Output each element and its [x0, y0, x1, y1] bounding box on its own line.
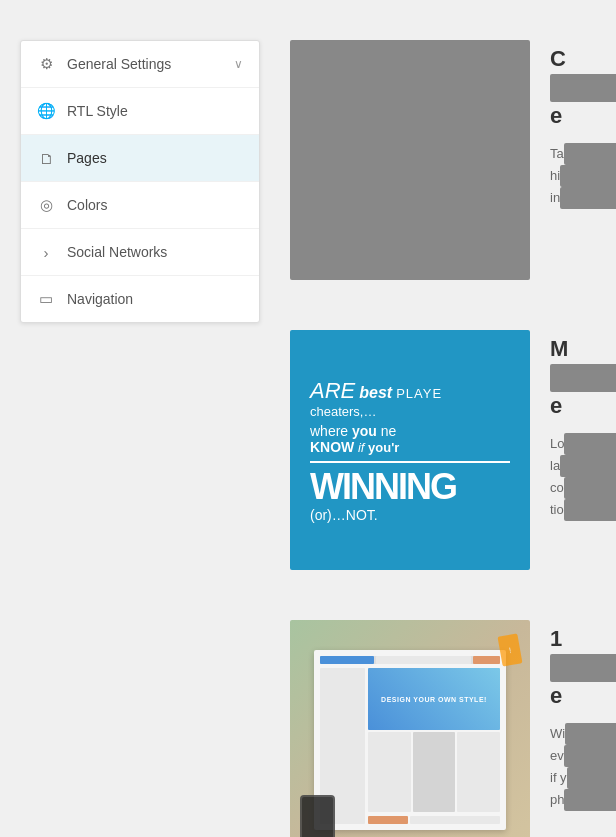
sidebar-item-label: General Settings	[67, 56, 222, 72]
gear-icon: ⚙	[37, 55, 55, 73]
sidebar: ⚙ General Settings ∨ 🌐 RTL Style 🗋 Pages…	[20, 40, 260, 323]
thumbnail-image: DESIGN YOUR OWN STYLE!	[290, 620, 530, 837]
post-info: C e Ta v hi	[550, 40, 616, 209]
redacted-text	[564, 433, 616, 455]
sidebar-item-colors[interactable]: ◎ Colors	[21, 182, 259, 229]
file-icon: 🗋	[37, 149, 55, 167]
chevron-down-icon: ∨	[234, 57, 243, 71]
sidebar-item-label: Navigation	[67, 291, 243, 307]
post-title: C e	[550, 45, 616, 131]
redacted-text	[560, 455, 616, 477]
redacted-text	[560, 165, 616, 187]
sidebar-item-general-settings[interactable]: ⚙ General Settings ∨	[21, 41, 259, 88]
post-info: M e Lo la	[550, 330, 616, 521]
redacted-text	[565, 723, 616, 745]
sidebar-item-label: Pages	[67, 150, 243, 166]
redacted-text	[564, 789, 616, 811]
redacted-text	[550, 654, 616, 683]
sidebar-item-pages[interactable]: 🗋 Pages	[21, 135, 259, 182]
redacted-text	[564, 499, 616, 521]
redacted-text	[550, 74, 616, 103]
post-card: C e Ta v hi	[290, 40, 596, 280]
sidebar-item-label: Colors	[67, 197, 243, 213]
redacted-text	[564, 143, 616, 165]
thumbnail-image	[290, 40, 530, 280]
post-excerpt: Wi ev er if y	[550, 723, 616, 811]
post-title: M e	[550, 335, 616, 421]
post-info: 1 e Wi ev	[550, 620, 616, 811]
eye-icon: ◎	[37, 196, 55, 214]
sidebar-item-social-networks[interactable]: › Social Networks	[21, 229, 259, 276]
redacted-text	[550, 364, 616, 393]
sidebar-item-label: Social Networks	[67, 244, 243, 260]
sidebar-item-label: RTL Style	[67, 103, 243, 119]
post-card: DESIGN YOUR OWN STYLE!	[290, 620, 596, 837]
post-excerpt: Ta v hi – in	[550, 143, 616, 209]
redacted-text	[564, 745, 616, 767]
design-main: DESIGN YOUR OWN STYLE!	[368, 668, 500, 824]
post-thumbnail: DESIGN YOUR OWN STYLE!	[290, 620, 530, 837]
design-mockup: DESIGN YOUR OWN STYLE!	[314, 650, 506, 830]
post-title: 1 e	[550, 625, 616, 711]
globe-icon: 🌐	[37, 102, 55, 120]
sidebar-item-rtl-style[interactable]: 🌐 RTL Style	[21, 88, 259, 135]
redacted-text	[564, 477, 616, 499]
monitor-icon: ▭	[37, 290, 55, 308]
chevron-right-icon: ›	[37, 243, 55, 261]
redacted-text	[567, 767, 616, 789]
thumbnail-image: ARE best PLAYE cheaters,… where you ne K…	[290, 330, 530, 570]
post-card: ARE best PLAYE cheaters,… where you ne K…	[290, 330, 596, 570]
sidebar-item-navigation[interactable]: ▭ Navigation	[21, 276, 259, 322]
design-navbar	[320, 656, 500, 664]
redacted-text	[560, 187, 616, 209]
post-thumbnail	[290, 40, 530, 280]
post-thumbnail: ARE best PLAYE cheaters,… where you ne K…	[290, 330, 530, 570]
design-hero: DESIGN YOUR OWN STYLE!	[368, 668, 500, 730]
post-excerpt: Lo la to co	[550, 433, 616, 521]
design-content: DESIGN YOUR OWN STYLE!	[320, 668, 500, 824]
